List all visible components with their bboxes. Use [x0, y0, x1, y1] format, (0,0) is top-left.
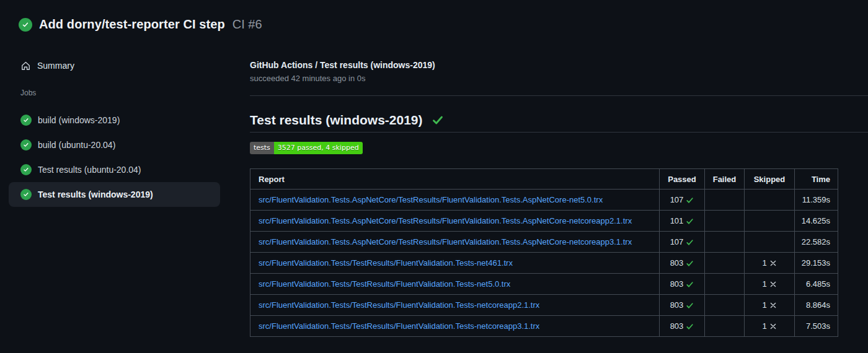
sidebar-item-build-ubuntu-2004[interactable]: build (ubuntu-20.04) — [9, 133, 220, 157]
jobs-nav: build (windows-2019) build (ubuntu-20.04… — [9, 108, 220, 207]
skipped-cell: 1 — [745, 253, 795, 274]
divider — [250, 132, 868, 133]
report-link[interactable]: src/FluentValidation.Tests/TestResults/F… — [259, 300, 659, 310]
skipped-cell: 1 — [745, 295, 795, 316]
skipped-cell: 1 — [745, 316, 795, 337]
table-header-row: Report Passed Failed Skipped Time — [250, 169, 838, 190]
report-link[interactable]: src/FluentValidation.Tests/TestResults/F… — [259, 321, 659, 331]
sidebar-item-label: build (ubuntu-20.04) — [38, 140, 115, 150]
skipped-cell — [745, 211, 795, 232]
x-icon — [769, 302, 777, 309]
passed-count: 803 — [670, 301, 684, 310]
success-check-circle-icon — [20, 115, 32, 126]
check-icon — [686, 281, 694, 289]
sidebar-item-summary[interactable]: Summary — [9, 54, 220, 77]
sidebar-item-label: Test results (windows-2019) — [38, 190, 153, 199]
run-title: Add dorny/test-reporter CI step — [39, 17, 225, 32]
skipped-cell — [745, 190, 795, 211]
success-check-circle-icon — [20, 139, 32, 150]
failed-cell — [705, 232, 745, 253]
x-icon — [769, 323, 777, 330]
passed-count: 107 — [670, 238, 684, 247]
failed-cell — [705, 211, 745, 232]
report-cell: src/FluentValidation.Tests.AspNetCore/Te… — [250, 232, 660, 253]
skipped-cell — [745, 232, 795, 253]
failed-cell — [705, 274, 745, 295]
home-icon — [20, 61, 31, 71]
skipped-count: 1 — [762, 322, 766, 331]
results-table: Report Passed Failed Skipped Time src/Fl… — [250, 168, 838, 337]
success-check-circle-icon — [20, 189, 32, 200]
report-link[interactable]: src/FluentValidation.Tests.AspNetCore/Te… — [259, 237, 659, 246]
report-cell: src/FluentValidation.Tests.AspNetCore/Te… — [250, 211, 660, 232]
time-cell: 14.625s — [795, 211, 838, 232]
main-content: GitHub Actions / Test results (windows-2… — [250, 54, 868, 337]
failed-cell — [705, 316, 745, 337]
badge-label: tests — [250, 142, 274, 154]
passed-count: 803 — [670, 259, 684, 268]
report-link[interactable]: src/FluentValidation.Tests/TestResults/F… — [259, 279, 659, 289]
sidebar: Summary Jobs build (windows-2019) build … — [9, 54, 220, 207]
passed-count: 101 — [670, 217, 684, 226]
skipped-count: 1 — [762, 301, 766, 310]
section-title: Test results (windows-2019) — [250, 111, 423, 129]
failed-cell — [705, 253, 745, 274]
badge-status: 3527 passed, 4 skipped — [274, 142, 363, 154]
table-row: src/FluentValidation.Tests/TestResults/F… — [250, 316, 838, 337]
sidebar-item-test-results-windows-2019[interactable]: Test results (windows-2019) — [9, 182, 220, 207]
sidebar-item-test-results-ubuntu-2004[interactable]: Test results (ubuntu-20.04) — [9, 157, 220, 182]
sidebar-item-label: Summary — [37, 61, 74, 71]
check-run-title: GitHub Actions / Test results (windows-2… — [250, 59, 868, 71]
passed-cell: 803 — [660, 316, 705, 337]
time-cell: 6.485s — [795, 274, 838, 295]
time-cell: 8.864s — [795, 295, 838, 316]
report-link[interactable]: src/FluentValidation.Tests.AspNetCore/Te… — [259, 195, 659, 204]
report-cell: src/FluentValidation.Tests/TestResults/F… — [250, 253, 660, 274]
report-cell: src/FluentValidation.Tests.AspNetCore/Te… — [250, 190, 660, 211]
divider — [250, 95, 868, 96]
section-heading: Test results (windows-2019) — [250, 111, 868, 129]
check-run-status: succeeded 42 minutes ago in 0s — [250, 74, 868, 84]
table-row: src/FluentValidation.Tests/TestResults/F… — [250, 274, 838, 295]
skipped-count: 1 — [762, 259, 766, 268]
column-header-report: Report — [250, 169, 660, 190]
time-cell: 11.359s — [795, 190, 838, 211]
report-cell: src/FluentValidation.Tests/TestResults/F… — [250, 316, 660, 337]
x-icon — [769, 259, 777, 267]
table-row: src/FluentValidation.Tests.AspNetCore/Te… — [250, 190, 838, 211]
skipped-cell: 1 — [745, 274, 795, 295]
skipped-count: 1 — [762, 280, 766, 289]
table-row: src/FluentValidation.Tests.AspNetCore/Te… — [250, 232, 838, 253]
passed-count: 107 — [670, 196, 684, 205]
passed-cell: 803 — [660, 253, 705, 274]
time-cell: 29.153s — [795, 253, 838, 274]
sidebar-item-build-windows-2019[interactable]: build (windows-2019) — [9, 108, 220, 133]
run-header: Add dorny/test-reporter CI step CI #6 — [19, 17, 262, 32]
x-icon — [769, 281, 777, 288]
sidebar-item-label: build (windows-2019) — [38, 115, 120, 125]
table-row: src/FluentValidation.Tests/TestResults/F… — [250, 253, 838, 274]
passed-cell: 101 — [660, 211, 705, 232]
report-cell: src/FluentValidation.Tests/TestResults/F… — [250, 274, 660, 295]
failed-cell — [705, 190, 745, 211]
report-link[interactable]: src/FluentValidation.Tests/TestResults/F… — [259, 258, 659, 268]
check-icon — [686, 302, 694, 310]
table-row: src/FluentValidation.Tests/TestResults/F… — [250, 295, 838, 316]
passed-cell: 107 — [660, 232, 705, 253]
table-row: src/FluentValidation.Tests.AspNetCore/Te… — [250, 211, 838, 232]
run-number: CI #6 — [232, 17, 262, 32]
failed-cell — [705, 295, 745, 316]
success-check-circle-icon — [20, 164, 32, 175]
report-cell: src/FluentValidation.Tests/TestResults/F… — [250, 295, 660, 316]
report-link[interactable]: src/FluentValidation.Tests.AspNetCore/Te… — [259, 216, 659, 225]
column-header-skipped: Skipped — [745, 169, 795, 190]
sidebar-item-label: Test results (ubuntu-20.04) — [38, 165, 141, 175]
column-header-passed: Passed — [660, 169, 705, 190]
success-check-circle-icon — [19, 18, 32, 32]
column-header-failed: Failed — [705, 169, 745, 190]
check-icon — [686, 259, 694, 268]
check-icon — [432, 114, 444, 126]
column-header-time: Time — [795, 169, 838, 190]
passed-count: 803 — [670, 322, 684, 331]
passed-cell: 803 — [660, 295, 705, 316]
